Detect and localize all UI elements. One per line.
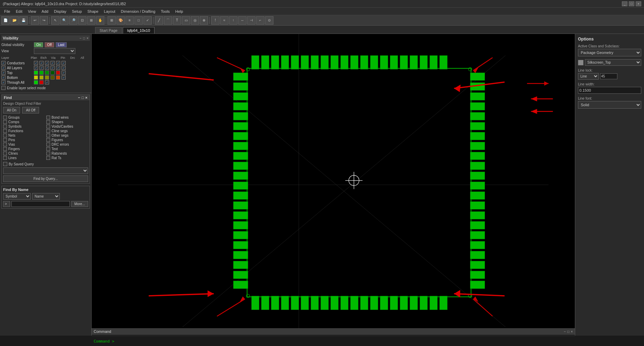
visibility-close[interactable]: × bbox=[86, 36, 88, 40]
menu-add[interactable]: Add bbox=[39, 9, 51, 14]
tb-zoom-out[interactable]: 🔎 bbox=[69, 16, 77, 25]
fbn-name-select[interactable]: Name bbox=[32, 193, 60, 200]
all-layers-cb[interactable] bbox=[1, 66, 6, 70]
all-off-button[interactable]: All Off bbox=[22, 107, 39, 113]
menu-edit[interactable]: Edit bbox=[13, 9, 25, 14]
menu-setup[interactable]: Setup bbox=[69, 9, 85, 14]
visibility-minimize[interactable]: − bbox=[80, 36, 82, 40]
tb-undo[interactable]: ↩ bbox=[31, 16, 39, 25]
line-lock-select[interactable]: Line Arc Tangent bbox=[578, 73, 599, 80]
class-select[interactable]: Package Geometry Board Geometry Etch bbox=[578, 49, 641, 56]
top-cb[interactable] bbox=[1, 71, 6, 75]
tb-drc[interactable]: ! bbox=[211, 16, 220, 25]
tb-via[interactable]: ◎ bbox=[191, 16, 199, 25]
tb-export[interactable]: ↑ bbox=[229, 16, 237, 25]
subclass-color-swatch[interactable] bbox=[578, 60, 584, 65]
all-layers-pin[interactable] bbox=[50, 66, 55, 70]
find-restore[interactable]: □ bbox=[82, 95, 84, 100]
bottom-drc-color[interactable] bbox=[56, 75, 60, 80]
bottom-etch-color[interactable] bbox=[39, 75, 44, 80]
all-layers-plan[interactable] bbox=[34, 66, 38, 70]
enable-layer-select-cb[interactable] bbox=[1, 86, 6, 90]
pins-cb[interactable] bbox=[3, 138, 7, 142]
conductors-pin[interactable] bbox=[50, 61, 55, 65]
through-all2-cb[interactable] bbox=[45, 80, 49, 84]
window-controls[interactable]: _ □ × bbox=[622, 1, 641, 6]
menu-file[interactable]: File bbox=[1, 9, 13, 14]
menu-layout[interactable]: Layout bbox=[101, 9, 118, 14]
menu-tools[interactable]: Tools bbox=[158, 9, 172, 14]
shapes-cb[interactable] bbox=[46, 120, 50, 124]
all-layers-all[interactable] bbox=[62, 66, 66, 70]
cline-segs-cb[interactable] bbox=[46, 129, 50, 133]
tb-place[interactable]: ⊙ bbox=[265, 16, 273, 25]
command-close[interactable]: × bbox=[571, 330, 573, 334]
bottom-all-cb[interactable] bbox=[62, 75, 66, 80]
comps-cb[interactable] bbox=[3, 120, 7, 124]
command-input[interactable] bbox=[116, 339, 573, 344]
bottom-cb[interactable] bbox=[1, 75, 6, 80]
fbn-search-input[interactable] bbox=[11, 201, 70, 207]
find-minimize[interactable]: − bbox=[78, 95, 80, 100]
functions-cb[interactable] bbox=[3, 129, 7, 133]
subclass-select[interactable]: Silkscreen_Top Silkscreen_Bottom Assembl… bbox=[585, 59, 641, 66]
maximize-button[interactable]: □ bbox=[629, 1, 634, 6]
tb-route[interactable]: ⌐ bbox=[256, 16, 264, 25]
through-drc-color[interactable] bbox=[39, 80, 44, 84]
groups-cb[interactable] bbox=[3, 116, 7, 119]
tb-design[interactable]: □ bbox=[134, 16, 143, 25]
menu-view[interactable]: View bbox=[25, 9, 39, 14]
rat-ts-cb[interactable] bbox=[46, 156, 50, 160]
bottom-plan-color[interactable] bbox=[34, 75, 38, 80]
conductors-plan[interactable] bbox=[34, 61, 38, 65]
tb-open[interactable]: 📂 bbox=[10, 16, 19, 25]
vias-cb[interactable] bbox=[3, 143, 7, 146]
text-cb[interactable] bbox=[46, 147, 50, 151]
canvas-area[interactable] bbox=[92, 34, 575, 336]
top-drc-color[interactable] bbox=[56, 71, 60, 75]
line-lock-angle-input[interactable] bbox=[600, 73, 617, 79]
conductors-all[interactable] bbox=[62, 61, 66, 65]
command-restore[interactable]: □ bbox=[567, 330, 569, 334]
nets-cb[interactable] bbox=[3, 134, 7, 137]
command-minimize[interactable]: − bbox=[564, 330, 566, 334]
fingers-cb[interactable] bbox=[3, 147, 7, 151]
line-width-input[interactable] bbox=[578, 87, 641, 94]
all-layers-drc[interactable] bbox=[56, 66, 60, 70]
tb-mirror[interactable]: ⊣ bbox=[247, 16, 255, 25]
visibility-off-button[interactable]: Off bbox=[45, 42, 54, 47]
fbn-type-select[interactable]: Symbol bbox=[3, 193, 31, 200]
tb-new[interactable]: 📄 bbox=[1, 16, 10, 25]
fbn-more-button[interactable]: More... bbox=[71, 201, 88, 207]
tb-shape[interactable]: ▭ bbox=[182, 16, 190, 25]
bond-wires-cb[interactable] bbox=[46, 116, 50, 119]
line-font-select[interactable]: Solid Dashed Dotted bbox=[578, 101, 641, 109]
top-etch-color[interactable] bbox=[39, 71, 44, 75]
tb-zoom-fit[interactable]: ⊡ bbox=[78, 16, 86, 25]
visibility-last-button[interactable]: Last bbox=[56, 42, 67, 47]
voids-cb[interactable] bbox=[46, 125, 50, 128]
ratsnests-cb[interactable] bbox=[46, 152, 50, 155]
tb-save[interactable]: 💾 bbox=[19, 16, 28, 25]
tab-lqfp64[interactable]: lqfp64_10x10 bbox=[123, 27, 155, 34]
tb-grid[interactable]: ⊞ bbox=[108, 16, 116, 25]
close-button[interactable]: × bbox=[636, 1, 641, 6]
tb-zoom-window[interactable]: ⊞ bbox=[87, 16, 95, 25]
tb-zoom-in[interactable]: 🔍 bbox=[60, 16, 68, 25]
tb-line[interactable]: ╱ bbox=[155, 16, 163, 25]
tb-arc[interactable]: ⌒ bbox=[164, 16, 172, 25]
tb-pad[interactable]: ⊕ bbox=[200, 16, 208, 25]
drc-errors-cb[interactable] bbox=[46, 143, 50, 146]
lines-cb[interactable] bbox=[3, 156, 7, 160]
tb-pan[interactable]: ✋ bbox=[96, 16, 104, 25]
tb-netlist[interactable]: ≈ bbox=[220, 16, 228, 25]
bottom-pin-color[interactable] bbox=[50, 75, 55, 80]
top-all-cb[interactable] bbox=[62, 71, 66, 75]
tb-redo[interactable]: ↪ bbox=[40, 16, 48, 25]
view-select[interactable] bbox=[34, 48, 75, 54]
all-on-button[interactable]: All On bbox=[3, 107, 20, 113]
figures-cb[interactable] bbox=[46, 138, 50, 142]
menu-help[interactable]: Help bbox=[172, 9, 186, 14]
clines-cb[interactable] bbox=[3, 152, 7, 155]
tb-color[interactable]: 🎨 bbox=[116, 16, 125, 25]
